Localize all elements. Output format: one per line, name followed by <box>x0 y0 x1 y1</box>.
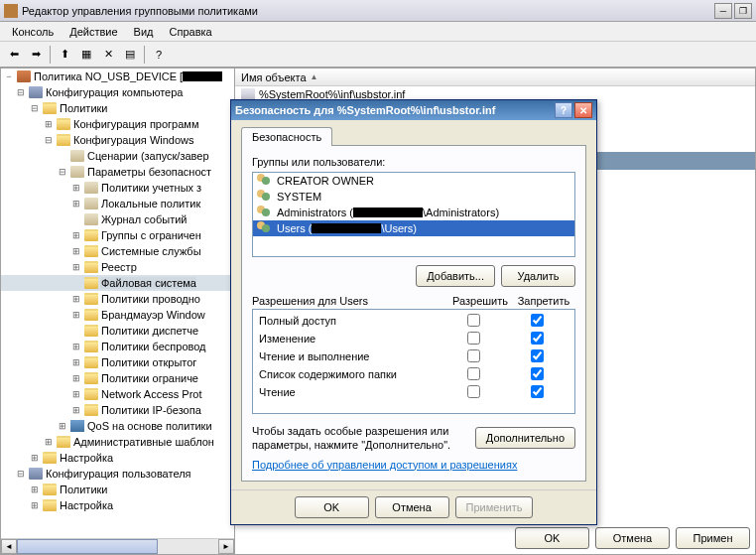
deny-checkbox[interactable] <box>531 314 544 327</box>
group-row[interactable]: CREATOR OWNER <box>253 173 574 189</box>
tab-security[interactable]: Безопасность <box>241 127 332 146</box>
expand-icon[interactable]: ⊞ <box>70 309 82 321</box>
back-icon[interactable]: ⬅ <box>4 45 24 65</box>
expand-icon[interactable]: ⊞ <box>70 198 82 209</box>
tree-node[interactable]: ⊞Конфигурация программ <box>1 116 234 132</box>
groups-list[interactable]: CREATOR OWNERSYSTEMAdministrators (\Admi… <box>252 172 575 257</box>
deny-checkbox[interactable] <box>531 367 544 380</box>
menu-view[interactable]: Вид <box>126 24 162 40</box>
cancel-button[interactable]: Отмена <box>375 496 449 518</box>
tree-node[interactable]: Сценарии (запуск/завер <box>1 148 234 164</box>
menu-console[interactable]: Консоль <box>4 24 62 40</box>
expand-icon[interactable]: ⊞ <box>29 452 41 464</box>
tree-node[interactable]: ⊞Группы с ограничен <box>1 227 234 243</box>
scroll-left-icon[interactable]: ◄ <box>1 539 17 554</box>
expand-icon[interactable]: ⊞ <box>70 293 82 305</box>
allow-checkbox[interactable] <box>467 349 480 362</box>
tree-root-node[interactable]: −Политика NO_USB_DEVICE [ <box>1 69 234 84</box>
menu-action[interactable]: Действие <box>62 24 125 40</box>
deny-checkbox[interactable] <box>531 332 544 345</box>
help-icon[interactable]: ? <box>149 45 169 65</box>
tree-node[interactable]: ⊞Брандмауэр Window <box>1 307 234 323</box>
tree-node[interactable]: ⊞Network Access Prot <box>1 386 234 402</box>
tree-node[interactable]: ⊞Административные шаблон <box>1 434 234 450</box>
expand-icon[interactable]: ⊞ <box>29 484 41 495</box>
help-button[interactable]: ? <box>555 102 572 118</box>
expand-icon[interactable]: ⊟ <box>57 166 68 178</box>
up-icon[interactable]: ⬆ <box>55 45 74 65</box>
tree-node[interactable]: Журнал событий <box>1 211 234 227</box>
allow-checkbox[interactable] <box>467 367 480 380</box>
apply-button[interactable]: Применить <box>455 496 534 518</box>
expand-icon[interactable]: ⊞ <box>70 372 82 384</box>
expand-icon[interactable]: ⊞ <box>70 356 82 368</box>
learn-more-link[interactable]: Подробнее об управлении доступом и разре… <box>252 459 517 471</box>
tree-node[interactable]: ⊟Конфигурация компьютера <box>1 84 234 100</box>
expand-icon[interactable]: ⊟ <box>15 86 27 98</box>
tree-node[interactable]: ⊞Настройка <box>1 497 234 513</box>
group-row[interactable]: SYSTEM <box>253 189 574 205</box>
expand-icon[interactable]: ⊞ <box>70 229 82 241</box>
show-hide-icon[interactable]: ▦ <box>76 45 96 65</box>
bg-apply-button[interactable]: Примен <box>676 527 750 549</box>
expand-icon[interactable]: ⊟ <box>29 102 41 114</box>
tree-node[interactable]: ⊞Политики IP-безопа <box>1 402 234 418</box>
tree-node[interactable]: ⊞Реестр <box>1 259 234 275</box>
tree-node[interactable]: ⊞QoS на основе политики <box>1 418 234 434</box>
expand-icon[interactable]: ⊟ <box>15 468 27 480</box>
scroll-thumb[interactable] <box>17 539 158 554</box>
delete-icon[interactable]: ✕ <box>98 45 118 65</box>
column-header-name[interactable]: Имя объекта <box>241 71 307 83</box>
tree-panel[interactable]: −Политика NO_USB_DEVICE [⊟Конфигурация к… <box>0 68 235 555</box>
tree-node[interactable]: ⊞Политики проводно <box>1 291 234 307</box>
allow-checkbox[interactable] <box>467 385 480 398</box>
tree-node[interactable]: ⊞Локальные политик <box>1 196 234 211</box>
expand-icon[interactable]: ⊞ <box>70 261 82 273</box>
tree-node[interactable]: ⊟Политики <box>1 100 234 116</box>
expand-icon[interactable]: ⊞ <box>70 388 82 400</box>
forward-icon[interactable]: ➡ <box>26 45 46 65</box>
tree-scrollbar[interactable]: ◄ ► <box>1 538 234 554</box>
tree-node[interactable]: ⊞Политики <box>1 482 234 497</box>
close-button[interactable]: ✕ <box>574 102 592 118</box>
expand-icon[interactable]: ⊞ <box>70 404 82 416</box>
group-row[interactable]: Users (\Users) <box>253 220 574 236</box>
tree-node[interactable]: ⊞Системные службы <box>1 243 234 259</box>
list-header[interactable]: Имя объекта ▲ <box>235 69 755 86</box>
allow-checkbox[interactable] <box>467 332 480 345</box>
maximize-button[interactable]: ❐ <box>734 3 752 19</box>
tree-node[interactable]: ⊟Конфигурация Windows <box>1 132 234 148</box>
tree-node[interactable]: Политики диспетче <box>1 323 234 339</box>
menu-help[interactable]: Справка <box>162 24 220 40</box>
allow-checkbox[interactable] <box>467 314 480 327</box>
deny-checkbox[interactable] <box>531 385 544 398</box>
tree-node[interactable]: Файловая система <box>1 275 234 291</box>
tree-node[interactable]: ⊞Настройка <box>1 450 234 466</box>
remove-button[interactable]: Удалить <box>501 265 575 287</box>
tree-node[interactable]: ⊞Политики ограниче <box>1 370 234 386</box>
ok-button[interactable]: OK <box>295 496 369 518</box>
tree-node[interactable]: ⊟Параметры безопасност <box>1 164 234 180</box>
expand-icon[interactable]: ⊞ <box>43 118 55 130</box>
minimize-button[interactable]: ─ <box>714 3 732 19</box>
expand-icon[interactable]: ⊞ <box>70 341 82 352</box>
expand-icon[interactable]: ⊞ <box>70 182 82 194</box>
tree-node[interactable]: ⊟Конфигурация пользователя <box>1 466 234 482</box>
add-button[interactable]: Добавить... <box>416 265 495 287</box>
bg-ok-button[interactable]: OK <box>515 527 589 549</box>
deny-checkbox[interactable] <box>531 349 544 362</box>
advanced-button[interactable]: Дополнительно <box>475 427 575 449</box>
tree-node[interactable]: ⊞Политики открытог <box>1 354 234 370</box>
expand-icon[interactable]: ⊞ <box>43 436 55 448</box>
expand-icon[interactable]: ⊞ <box>57 420 68 432</box>
tree-node[interactable]: ⊞Политики учетных з <box>1 180 234 196</box>
expand-icon[interactable]: ⊞ <box>70 245 82 257</box>
group-row[interactable]: Administrators (\Administrators) <box>253 205 574 220</box>
expand-icon[interactable]: ⊞ <box>29 499 41 511</box>
scroll-right-icon[interactable]: ► <box>218 539 234 554</box>
expand-icon[interactable]: ⊟ <box>43 134 55 146</box>
tree-node[interactable]: ⊞Политики беспровод <box>1 339 234 354</box>
bg-cancel-button[interactable]: Отмена <box>595 527 670 549</box>
properties-icon[interactable]: ▤ <box>120 45 140 65</box>
dialog-titlebar[interactable]: Безопасность для %SystemRoot%\inf\usbsto… <box>231 100 596 120</box>
